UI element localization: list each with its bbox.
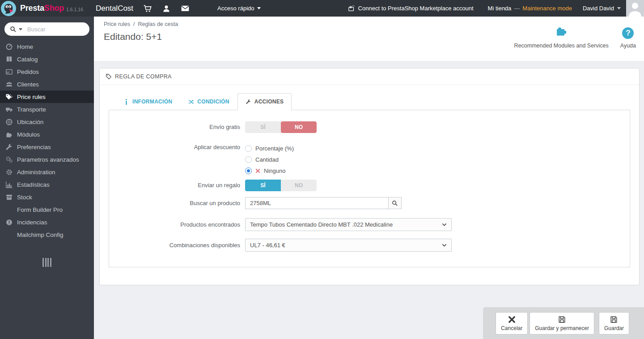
sidebar-item-parametros-avanzados[interactable]: Parametros avanzados <box>0 153 94 166</box>
sidebar-item-pedidos[interactable]: Pedidos <box>0 65 94 78</box>
radio-checked-icon[interactable] <box>245 167 252 174</box>
sidebar-item-label: Form Builder Pro <box>17 206 63 213</box>
sidebar-collapse-handle[interactable] <box>41 258 53 267</box>
sidebar-item-transporte[interactable]: Transporte <box>0 103 94 116</box>
tab-condicion[interactable]: CONDICIÓN <box>180 93 237 110</box>
tag-icon <box>106 73 112 80</box>
sidebar-item-label: Price rules <box>17 94 46 100</box>
cancel-label: Cancelar <box>501 325 522 331</box>
avatar[interactable] <box>626 0 644 17</box>
sidebar-item-preferencias[interactable]: Preferencias <box>0 141 94 153</box>
sidebar-item-ubicacion[interactable]: Ubicación <box>0 116 94 128</box>
sidebar-item-label: Administration <box>17 169 55 176</box>
combinations-select[interactable]: UL7 - 46,61 € <box>245 239 452 252</box>
separator: — <box>514 5 520 12</box>
sidebar-item-mailchimp-config[interactable]: Mailchimp Config <box>0 228 94 241</box>
sidebar-item-modulos[interactable]: Módulos <box>0 128 94 141</box>
brand-shop: Shop <box>44 4 64 13</box>
sidebar-item-label: Módulos <box>17 131 40 138</box>
tab-informacion[interactable]: INFORMACIÓN <box>115 93 180 110</box>
customer-icon[interactable] <box>162 4 171 13</box>
credit-card-icon <box>5 68 13 76</box>
gauge-icon <box>5 43 13 51</box>
globe-icon <box>5 118 13 126</box>
combinations-row: Combinaciones disponibles UL7 - 46,61 € <box>109 239 630 252</box>
messages-icon[interactable] <box>181 4 190 13</box>
brand-presta: Presta <box>20 4 44 13</box>
sidebar-item-form-builder-pro[interactable]: Form Builder Pro <box>0 203 94 216</box>
sidebar-item-clientes[interactable]: Clientes <box>0 78 94 90</box>
wrench-icon <box>246 99 251 105</box>
tags-icon <box>5 93 13 101</box>
sidebar-item-label: Incidencias <box>17 219 47 226</box>
user-menu[interactable]: David David <box>583 5 621 12</box>
free-shipping-no[interactable]: NO <box>281 121 317 133</box>
recommended-modules-button[interactable]: Recommended Modules and Services <box>514 25 609 49</box>
sidebar-item-administration[interactable]: Administration <box>0 166 94 178</box>
radio-unchecked-icon[interactable] <box>245 156 252 163</box>
prestashop-logo-icon[interactable] <box>0 0 17 17</box>
puzzle-icon <box>5 131 13 138</box>
sidebar-item-estadisticas[interactable]: Estadísticas <box>0 178 94 191</box>
sidebar-item-label: Home <box>17 43 33 50</box>
apply-discount-label: Aplicar descuento <box>109 144 245 151</box>
save-icon <box>610 315 618 324</box>
breadcrumb-separator: / <box>133 21 135 27</box>
selected-product: Tempo Tubos Cementado Directo MBT .022 M… <box>250 221 442 228</box>
free-shipping-row: Envío gratis SÍ NO <box>109 121 630 133</box>
search-scope-caret-icon[interactable] <box>19 28 22 30</box>
help-button[interactable]: ? Ayuda <box>620 27 636 49</box>
discount-option-none[interactable]: Ninguno <box>245 167 294 174</box>
chevron-down-icon <box>442 243 447 248</box>
quick-access-menu[interactable]: Acceso rápido <box>217 5 260 12</box>
tab-acciones[interactable]: ACCIONES <box>237 93 292 110</box>
product-search-row: Buscar un producto <box>109 197 630 209</box>
save-button[interactable]: Guardar <box>599 312 629 335</box>
product-search-input[interactable] <box>245 197 388 209</box>
free-shipping-toggle: SÍ NO <box>245 121 317 133</box>
marketplace-connect-link[interactable]: Connect to PrestaShop Marketplace accoun… <box>347 4 474 12</box>
user-name: David David <box>583 5 614 12</box>
panel-header: REGLA DE COMPRA <box>100 69 639 85</box>
info-icon <box>123 99 129 105</box>
save-and-stay-button[interactable]: Guardar y permanecer <box>530 312 594 335</box>
tab-label: INFORMACIÓN <box>132 99 172 105</box>
free-shipping-yes[interactable]: SÍ <box>245 121 281 133</box>
truck-icon <box>5 106 13 113</box>
products-found-select[interactable]: Tempo Tubos Cementado Directo MBT .022 M… <box>245 218 452 231</box>
sidebar-item-price-rules[interactable]: Price rules <box>0 90 94 103</box>
sidebar-item-catalog[interactable]: Catalog <box>0 53 94 65</box>
sidebar-item-incidencias[interactable]: Incidencias <box>0 216 94 228</box>
store-name-link[interactable]: Mi tienda <box>488 5 512 12</box>
send-gift-toggle: SÍ NO <box>245 180 317 191</box>
main-area: Price rules / Reglas de cesta Editando: … <box>94 17 644 339</box>
shop-name-link[interactable]: DentalCost <box>96 4 133 13</box>
gears-icon <box>5 156 13 163</box>
sidebar-nav: Home Catalog Pedidos Clientes Price rule… <box>0 40 94 241</box>
sidebar-search-input[interactable] <box>27 26 76 33</box>
send-gift-yes[interactable]: SÍ <box>245 180 281 191</box>
prestashop-brand[interactable]: PrestaShop <box>20 4 64 13</box>
page-header: Price rules / Reglas de cesta Editando: … <box>94 17 644 61</box>
sidebar-item-stock[interactable]: Stock <box>0 191 94 203</box>
help-label: Ayuda <box>620 43 636 49</box>
sidebar-item-home[interactable]: Home <box>0 40 94 53</box>
radio-label: Ninguno <box>264 167 285 174</box>
alert-icon <box>5 219 13 226</box>
sidebar-search[interactable] <box>4 22 89 36</box>
footer-toolbar: Cancelar Guardar y permanecer Guardar <box>483 307 644 339</box>
product-search-label: Buscar un producto <box>109 197 245 209</box>
shuffle-icon <box>188 99 194 105</box>
radio-unchecked-icon[interactable] <box>245 145 252 152</box>
cart-icon[interactable] <box>143 4 152 13</box>
breadcrumb-price-rules[interactable]: Price rules <box>104 21 130 27</box>
discount-option-percent[interactable]: Porcentaje (%) <box>245 145 294 152</box>
send-gift-no[interactable]: NO <box>281 180 317 191</box>
breadcrumb-reglas-de-cesta[interactable]: Reglas de cesta <box>138 21 178 27</box>
sidebar-item-label: Transporte <box>17 106 46 113</box>
panel-title: REGLA DE COMPRA <box>115 73 172 80</box>
tab-content: Envío gratis SÍ NO Aplicar descuento Por… <box>109 110 630 267</box>
discount-option-amount[interactable]: Cantidad <box>245 156 294 163</box>
product-search-button[interactable] <box>388 197 402 209</box>
cancel-button[interactable]: Cancelar <box>496 312 528 335</box>
